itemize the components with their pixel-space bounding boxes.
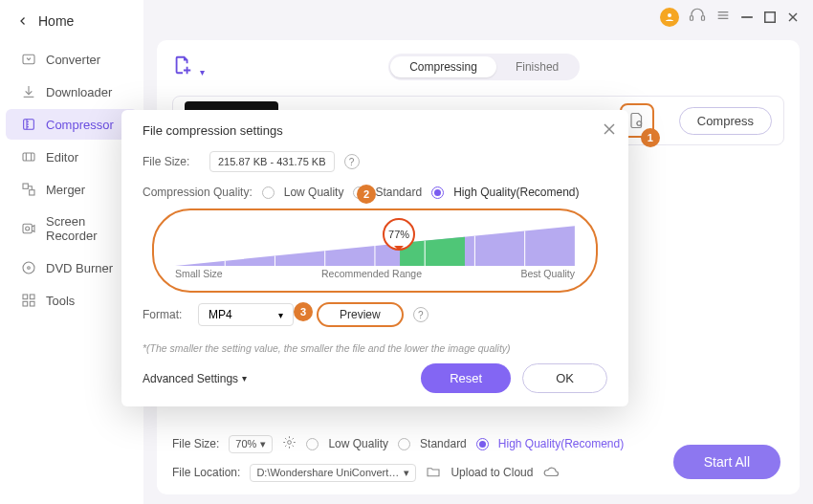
sidebar-item-tools[interactable]: Tools bbox=[6, 285, 138, 316]
bottom-low-label: Low Quality bbox=[328, 437, 388, 450]
sidebar-item-label: Converter bbox=[46, 53, 100, 67]
bottom-location-dropdown[interactable]: D:\Wondershare UniConverter 1▾ bbox=[250, 464, 416, 482]
user-avatar[interactable] bbox=[660, 8, 679, 27]
format-label: Format: bbox=[143, 308, 188, 321]
sidebar-item-label: Screen Recorder bbox=[46, 214, 122, 243]
svg-rect-19 bbox=[23, 295, 28, 299]
step-badge-1: 1 bbox=[641, 128, 660, 147]
add-file-button[interactable]: ▾ bbox=[172, 55, 205, 79]
back-home[interactable]: Home bbox=[0, 8, 143, 42]
bottom-filesize-dropdown[interactable]: 70%▾ bbox=[229, 435, 273, 453]
bottom-radio-standard[interactable] bbox=[398, 438, 410, 450]
sidebar-item-editor[interactable]: Editor bbox=[6, 142, 138, 172]
quality-slider[interactable]: 77% Small Size Recommended Range Best Qu… bbox=[152, 208, 598, 293]
cloud-icon[interactable] bbox=[542, 463, 560, 483]
svg-rect-14 bbox=[30, 190, 34, 195]
quality-label: Compression Quality: bbox=[143, 186, 253, 199]
range-small-label: Small Size bbox=[175, 268, 223, 279]
sidebar-item-recorder[interactable]: Screen Recorder bbox=[6, 207, 138, 251]
modal-title: File compression settings bbox=[143, 123, 607, 138]
sidebar-item-dvd[interactable]: DVD Burner bbox=[6, 252, 138, 283]
bottom-radio-low[interactable] bbox=[306, 438, 319, 450]
step-badge-2: 2 bbox=[357, 185, 376, 204]
ok-button[interactable]: OK bbox=[522, 363, 607, 393]
sidebar-item-compressor[interactable]: Compressor bbox=[6, 109, 138, 140]
svg-point-18 bbox=[28, 267, 31, 270]
step-badge-3: 3 bbox=[294, 302, 313, 321]
minimize-button[interactable] bbox=[740, 11, 754, 24]
reset-button[interactable]: Reset bbox=[421, 363, 511, 393]
range-best-label: Best Quality bbox=[520, 268, 575, 279]
home-label: Home bbox=[38, 13, 74, 29]
low-label: Low Quality bbox=[284, 186, 344, 199]
tab-compressing[interactable]: Compressing bbox=[390, 56, 496, 77]
svg-rect-22 bbox=[30, 301, 34, 306]
preview-button[interactable]: Preview bbox=[317, 302, 404, 327]
std-label: Standard bbox=[375, 186, 422, 199]
sidebar-item-converter[interactable]: Converter bbox=[6, 44, 138, 75]
sidebar-item-label: Merger bbox=[46, 183, 85, 197]
bottom-filesize-label: File Size: bbox=[172, 437, 219, 450]
start-all-button[interactable]: Start All bbox=[673, 445, 780, 479]
svg-point-16 bbox=[26, 227, 30, 230]
svg-rect-20 bbox=[30, 295, 34, 299]
sidebar-item-label: Tools bbox=[46, 294, 75, 308]
svg-rect-21 bbox=[23, 301, 28, 306]
sidebar-item-label: Editor bbox=[46, 150, 78, 164]
sidebar-item-downloader[interactable]: Downloader bbox=[6, 77, 138, 107]
bottom-location-label: File Location: bbox=[172, 466, 240, 479]
compression-settings-modal: File compression settings File Size: 215… bbox=[121, 110, 628, 406]
filesize-input[interactable]: 215.87 KB - 431.75 KB bbox=[209, 151, 335, 172]
upload-cloud-label: Upload to Cloud bbox=[450, 466, 533, 479]
preview-info-icon[interactable]: ? bbox=[413, 307, 428, 322]
svg-rect-2 bbox=[702, 16, 705, 21]
svg-rect-1 bbox=[691, 16, 693, 21]
sidebar-item-label: Compressor bbox=[46, 118, 114, 132]
radio-low[interactable] bbox=[262, 186, 275, 199]
sidebar-item-label: Downloader bbox=[46, 85, 112, 99]
maximize-button[interactable] bbox=[763, 11, 777, 24]
svg-rect-7 bbox=[765, 12, 776, 23]
range-mid-label: Recommended Range bbox=[321, 268, 422, 279]
tabbar: Compressing Finished bbox=[388, 54, 580, 80]
bottom-settings-icon[interactable] bbox=[282, 435, 297, 452]
hamburger-icon[interactable] bbox=[715, 8, 731, 27]
bottom-radio-high[interactable] bbox=[476, 438, 489, 450]
open-folder-icon[interactable] bbox=[426, 464, 441, 482]
bottom-std-label: Standard bbox=[420, 437, 467, 450]
modal-close-button[interactable] bbox=[604, 121, 615, 139]
svg-rect-15 bbox=[23, 224, 32, 232]
tab-finished[interactable]: Finished bbox=[496, 56, 578, 77]
support-icon[interactable] bbox=[689, 7, 706, 28]
svg-point-24 bbox=[288, 441, 292, 445]
svg-point-0 bbox=[668, 13, 671, 17]
sidebar-item-label: DVD Burner bbox=[46, 261, 113, 275]
filesize-info-icon[interactable]: ? bbox=[344, 154, 360, 169]
svg-point-23 bbox=[637, 121, 642, 126]
hint-text: *(The smaller the setting value, the sma… bbox=[143, 342, 607, 354]
svg-point-17 bbox=[23, 262, 34, 274]
compress-button[interactable]: Compress bbox=[679, 107, 772, 135]
sidebar-item-merger[interactable]: Merger bbox=[6, 174, 138, 205]
radio-high[interactable] bbox=[431, 186, 444, 199]
svg-rect-13 bbox=[23, 184, 28, 188]
chevron-down-icon: ▾ bbox=[200, 67, 205, 77]
panel-top: ▾ Compressing Finished bbox=[172, 52, 784, 82]
close-button[interactable] bbox=[786, 11, 800, 24]
filesize-label: File Size: bbox=[143, 155, 200, 168]
slider-value-bubble: 77% bbox=[383, 218, 415, 251]
bottom-high-label: High Quality(Recomend) bbox=[498, 437, 624, 450]
advanced-settings-toggle[interactable]: Advanced Settings▾ bbox=[143, 372, 247, 385]
high-label: High Quality(Recomend) bbox=[453, 186, 579, 199]
svg-rect-12 bbox=[23, 153, 34, 161]
format-dropdown[interactable]: MP4▾ bbox=[198, 303, 294, 326]
